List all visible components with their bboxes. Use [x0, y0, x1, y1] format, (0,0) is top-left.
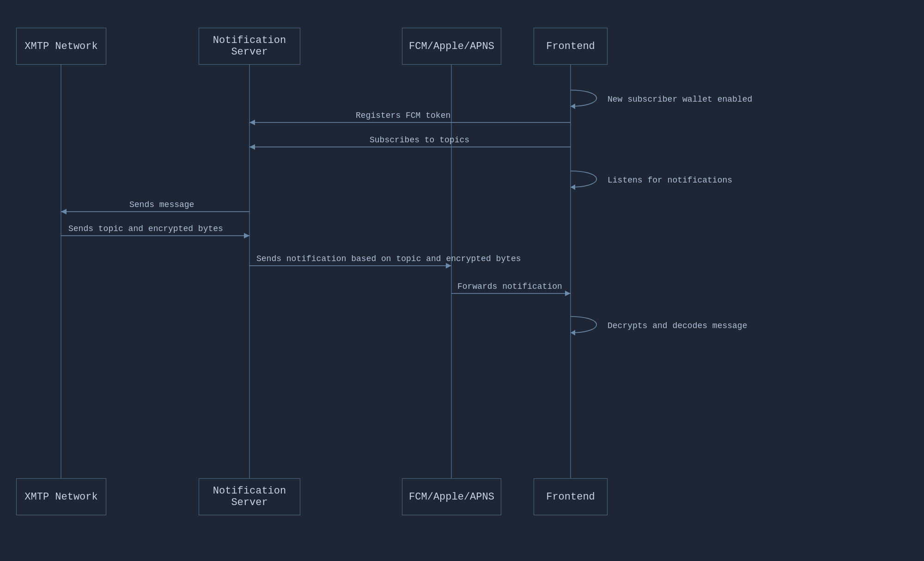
svg-marker-7	[249, 120, 255, 125]
svg-text:New subscriber wallet enabled: New subscriber wallet enabled	[608, 95, 752, 104]
svg-text:Forwards notification: Forwards notification	[457, 282, 562, 291]
svg-text:Decrypts and decodes message: Decrypts and decodes message	[608, 321, 747, 330]
svg-text:Registers FCM token: Registers FCM token	[356, 111, 450, 120]
svg-marker-24	[565, 291, 571, 296]
svg-text:Subscribes to topics: Subscribes to topics	[370, 135, 469, 145]
svg-marker-15	[61, 209, 67, 214]
svg-marker-4	[571, 104, 575, 109]
diagram-svg: New subscriber wallet enabled Registers …	[0, 0, 924, 561]
sequence-diagram: XMTP Network Notification Server FCM/App…	[0, 0, 924, 561]
svg-marker-10	[249, 144, 255, 150]
svg-text:Listens for notifications: Listens for notifications	[608, 176, 732, 185]
svg-marker-12	[571, 184, 575, 190]
svg-marker-21	[446, 263, 451, 268]
svg-text:Sends notification based on to: Sends notification based on topic and en…	[256, 254, 521, 263]
svg-text:Sends message: Sends message	[129, 200, 194, 209]
svg-marker-18	[244, 233, 249, 238]
svg-marker-26	[571, 330, 575, 335]
svg-text:Sends topic and encrypted byte: Sends topic and encrypted bytes	[68, 224, 223, 233]
